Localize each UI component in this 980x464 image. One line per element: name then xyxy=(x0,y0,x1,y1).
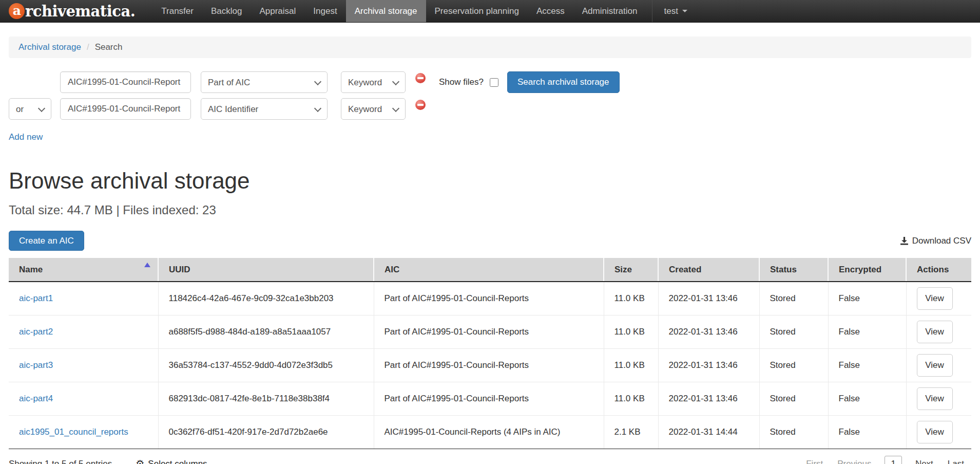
column-header-actions[interactable]: Actions xyxy=(906,258,971,282)
nav-item-ingest[interactable]: Ingest xyxy=(304,0,345,22)
aip-name-link[interactable]: aic1995_01_council_reports xyxy=(19,427,128,437)
search-criterion-row: Part of AIC Keyword Show files? Search a… xyxy=(9,71,971,93)
column-header-uuid[interactable]: UUID xyxy=(158,258,374,282)
search-query-input[interactable] xyxy=(60,98,191,120)
pagination-last[interactable]: Last xyxy=(940,456,971,464)
table-row: aic1995_01_council_reports 0c362f76-df51… xyxy=(9,415,971,449)
show-files-label: Show files? xyxy=(439,77,484,87)
aip-created: 2022-01-31 13:46 xyxy=(658,348,759,382)
remove-criterion-icon[interactable] xyxy=(415,73,426,83)
nav-item-transfer[interactable]: Transfer xyxy=(152,0,202,22)
nav-item-access[interactable]: Access xyxy=(528,0,573,22)
view-button[interactable]: View xyxy=(917,354,953,377)
aip-encrypted: False xyxy=(828,315,906,348)
view-button[interactable]: View xyxy=(917,421,953,443)
aip-uuid: 0c362f76-df51-420f-917e-2d7d72b2ae6e xyxy=(158,415,374,449)
nav-item-preservation-planning[interactable]: Preservation planning xyxy=(426,0,528,22)
user-menu[interactable]: test xyxy=(652,0,698,22)
boolean-operator-select[interactable]: or xyxy=(9,98,51,120)
page-title: Browse archival storage xyxy=(9,169,971,193)
pagination-current-page[interactable]: 1 xyxy=(885,456,901,464)
column-header-label: Name xyxy=(19,265,43,274)
aip-created: 2022-01-31 13:46 xyxy=(658,315,759,348)
view-button[interactable]: View xyxy=(917,387,953,410)
pagination-previous[interactable]: Previous xyxy=(830,456,878,464)
download-csv-link[interactable]: Download CSV xyxy=(900,236,971,246)
aip-name-link[interactable]: aic-part2 xyxy=(19,327,53,337)
aip-uuid: 36a53784-c137-4552-9dd0-4d072e3f3db5 xyxy=(158,348,374,382)
search-form: Part of AIC Keyword Show files? Search a… xyxy=(9,71,971,142)
view-button[interactable]: View xyxy=(917,287,953,310)
breadcrumb-current: Search xyxy=(95,42,123,52)
aip-name-link[interactable]: aic-part4 xyxy=(19,394,53,403)
column-header-created[interactable]: Created xyxy=(658,258,759,282)
storage-summary: Total size: 44.7 MB | Files indexed: 23 xyxy=(9,203,971,217)
column-header-status[interactable]: Status xyxy=(759,258,828,282)
nav-item-administration[interactable]: Administration xyxy=(573,0,646,22)
table-header-row: Name UUID AIC Size Created Status Encryp… xyxy=(9,258,971,282)
logo-a-icon: a xyxy=(9,3,25,19)
search-criterion-row: or AIC Identifier Keyword xyxy=(9,98,971,120)
select-columns-link[interactable]: ⚙ Select columns xyxy=(136,459,207,464)
table-row: aic-part3 36a53784-c137-4552-9dd0-4d072e… xyxy=(9,348,971,382)
aip-status: Stored xyxy=(759,415,828,449)
pagination-first[interactable]: First xyxy=(799,456,830,464)
column-header-aic[interactable]: AIC xyxy=(374,258,604,282)
aip-encrypted: False xyxy=(828,282,906,315)
add-new-link[interactable]: Add new xyxy=(9,132,43,142)
column-header-size[interactable]: Size xyxy=(604,258,658,282)
browse-section: Browse archival storage Total size: 44.7… xyxy=(9,169,971,251)
aip-status: Stored xyxy=(759,315,828,348)
archival-storage-table: Name UUID AIC Size Created Status Encryp… xyxy=(9,258,971,449)
aip-uuid: 682913dc-0817-42fe-8e1b-7118e38b38f4 xyxy=(158,382,374,415)
column-header-encrypted[interactable]: Encrypted xyxy=(828,258,906,282)
column-header-name[interactable]: Name xyxy=(9,258,158,282)
create-aic-button[interactable]: Create an AIC xyxy=(9,231,84,251)
search-field-select[interactable]: AIC Identifier xyxy=(201,98,328,120)
user-menu-label: test xyxy=(664,6,678,16)
search-archival-storage-button[interactable]: Search archival storage xyxy=(507,71,620,93)
table-row: aic-part4 682913dc-0817-42fe-8e1b-7118e3… xyxy=(9,382,971,415)
remove-criterion-icon[interactable] xyxy=(415,100,426,110)
boolean-operator-select-wrap: or xyxy=(9,98,51,120)
archivematica-logo[interactable]: archivematica. xyxy=(0,0,141,22)
nav-menu: Transfer Backlog Appraisal Ingest Archiv… xyxy=(152,0,646,22)
aip-aic: Part of AIC#1995-01-Council-Reports xyxy=(374,348,604,382)
aip-size: 11.0 KB xyxy=(604,382,658,415)
pagination: First Previous 1 Next Last xyxy=(799,456,971,464)
aip-size: 11.0 KB xyxy=(604,315,658,348)
aip-aic: Part of AIC#1995-01-Council-Reports xyxy=(374,382,604,415)
breadcrumb: Archival storage / Search xyxy=(9,36,971,58)
nav-item-backlog[interactable]: Backlog xyxy=(202,0,251,22)
show-files-checkbox[interactable] xyxy=(490,78,498,87)
sort-asc-icon xyxy=(144,263,150,267)
aip-size: 11.0 KB xyxy=(604,348,658,382)
chevron-down-icon xyxy=(682,10,687,12)
aip-uuid: a688f5f5-d988-484d-a189-a8a51aaa1057 xyxy=(158,315,374,348)
table-row: aic-part1 118426c4-42a6-467e-9c09-32ca1e… xyxy=(9,282,971,315)
table-footer: Showing 1 to 5 of 5 entries ⚙ Select col… xyxy=(9,456,971,464)
nav-item-appraisal[interactable]: Appraisal xyxy=(251,0,304,22)
search-type-select[interactable]: Keyword xyxy=(341,71,406,93)
search-query-input[interactable] xyxy=(60,71,191,93)
aip-encrypted: False xyxy=(828,382,906,415)
view-button[interactable]: View xyxy=(917,321,953,343)
aip-name-link[interactable]: aic-part1 xyxy=(19,293,53,303)
pagination-next[interactable]: Next xyxy=(908,456,940,464)
aip-created: 2022-01-31 13:46 xyxy=(658,382,759,415)
search-type-select-wrap: Keyword xyxy=(341,98,406,120)
search-field-select[interactable]: Part of AIC xyxy=(201,71,328,93)
breadcrumb-archival-storage[interactable]: Archival storage xyxy=(18,42,81,52)
nav-item-archival-storage[interactable]: Archival storage xyxy=(346,0,426,22)
gear-icon: ⚙ xyxy=(136,459,144,464)
logo-first-letter: a xyxy=(13,4,21,17)
top-navbar: archivematica. Transfer Backlog Appraisa… xyxy=(0,0,980,23)
aip-name-link[interactable]: aic-part3 xyxy=(19,360,53,370)
aip-uuid: 118426c4-42a6-467e-9c09-32ca1e3bb203 xyxy=(158,282,374,315)
aip-status: Stored xyxy=(759,348,828,382)
aip-created: 2022-01-31 14:44 xyxy=(658,415,759,449)
aip-created: 2022-01-31 13:46 xyxy=(658,282,759,315)
aip-encrypted: False xyxy=(828,348,906,382)
search-field-select-wrap: Part of AIC xyxy=(201,71,328,93)
search-type-select[interactable]: Keyword xyxy=(341,98,406,120)
